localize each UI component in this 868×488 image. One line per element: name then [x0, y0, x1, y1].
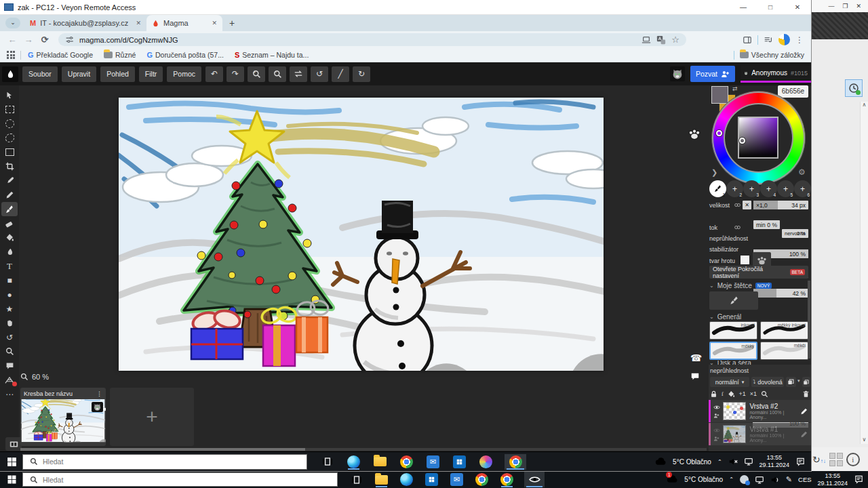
remote-chrome-button[interactable]: [399, 454, 414, 470]
tray-chevron-icon[interactable]: ⌃: [717, 459, 722, 465]
square-shape-tool[interactable]: ■: [1, 273, 18, 287]
comment-tool[interactable]: [1, 359, 18, 373]
perspective-tool[interactable]: [1, 373, 18, 387]
veyon-titlebar[interactable]: zak - PC12 - Veyon Remote Access — □ ✕: [0, 0, 811, 15]
my-brushes-header[interactable]: ⌄ Moje štětce NOVÝ: [709, 282, 772, 289]
timeline-button[interactable]: [5, 437, 22, 451]
local-search-box[interactable]: [22, 472, 338, 487]
brush-slot-5[interactable]: +5: [777, 180, 794, 197]
clock-tool-button[interactable]: [845, 79, 863, 97]
layer-edit-icon[interactable]: [800, 407, 808, 415]
bookmark-ruzne[interactable]: Různé: [104, 51, 136, 59]
clip-button[interactable]: ⤵dovolená: [751, 377, 784, 387]
remote-search-input[interactable]: [43, 458, 178, 466]
local-search-input[interactable]: [43, 476, 178, 484]
remote-mail-button[interactable]: ✉: [425, 454, 441, 470]
ellipse-select-tool[interactable]: [1, 117, 18, 131]
eyedropper-tool[interactable]: [1, 174, 18, 188]
weather-cloud-icon[interactable]: 1: [666, 472, 678, 487]
local-taskview-button[interactable]: [349, 472, 364, 487]
rotate-cw-button[interactable]: ↻: [353, 66, 370, 82]
language-indicator[interactable]: CES: [798, 476, 812, 483]
local-explorer-button[interactable]: [374, 472, 389, 487]
hue-marker[interactable]: [716, 130, 722, 136]
preset-mekky-inkoust[interactable]: měkký inkoust: [760, 321, 808, 340]
size-jitter-box[interactable]: nervozita0 %: [782, 229, 808, 238]
layer-visible-icon[interactable]: [713, 404, 721, 411]
eraser-tool[interactable]: [1, 216, 18, 230]
translate-icon[interactable]: [656, 35, 666, 45]
blend-mode-dropdown[interactable]: normální▾: [710, 377, 749, 387]
general-header[interactable]: ⌄ Generál: [709, 313, 741, 321]
line-tool-button[interactable]: ╱: [332, 66, 349, 82]
canvas-zoom-indicator[interactable]: 60 %: [20, 373, 49, 381]
send-to-device-icon[interactable]: [642, 35, 651, 45]
circle-shape-tool[interactable]: ●: [1, 287, 18, 302]
action-center-icon[interactable]: [795, 457, 806, 467]
remote-explorer-button[interactable]: [372, 454, 388, 470]
my-brush-tile[interactable]: [709, 291, 758, 310]
project-card[interactable]: Kresba bez názvu ⋮: [20, 388, 106, 446]
preset-mekky[interactable]: měkký: [709, 342, 757, 360]
bg-maximize-icon[interactable]: ❐: [842, 3, 848, 9]
rect-select-tool[interactable]: [1, 102, 18, 117]
menu-soubor[interactable]: Soubor: [22, 66, 58, 82]
redo-button[interactable]: ↷: [226, 66, 244, 82]
brush-tool[interactable]: [1, 202, 18, 216]
color-settings-gear-icon[interactable]: ⚙: [798, 167, 806, 177]
forward-button[interactable]: →: [20, 33, 37, 47]
more-tools[interactable]: ⋯: [1, 387, 18, 401]
omnibox[interactable]: magma.com/d/CogNzmwNJG ☆: [58, 33, 686, 46]
remote-chrome-active-button[interactable]: [505, 454, 526, 470]
pencil-tool[interactable]: [1, 188, 18, 202]
bg-minimize-icon[interactable]: —: [828, 3, 834, 9]
fill-tool[interactable]: [1, 230, 18, 245]
remote-edge-button[interactable]: [346, 454, 361, 470]
rotate-ccw-button[interactable]: ↺: [311, 66, 328, 82]
remote-store-button[interactable]: [452, 454, 467, 470]
chrome-menu-icon[interactable]: ⋮: [795, 35, 804, 45]
layer-row-2[interactable]: Vrstva #2 normální 100% | Anony...: [709, 400, 811, 422]
network-display-icon[interactable]: [744, 457, 753, 466]
secondary-swatch[interactable]: [711, 86, 728, 104]
magma-logo[interactable]: [2, 66, 18, 82]
preset-inkoust[interactable]: inkoust: [709, 321, 757, 340]
weather-cloud-icon[interactable]: [655, 456, 667, 468]
menu-upravit[interactable]: Upravit: [62, 66, 96, 82]
bookmark-seznam[interactable]: SSeznam – Najdu ta...: [235, 51, 309, 59]
zoom-tool[interactable]: [1, 344, 18, 359]
sv-marker[interactable]: [739, 138, 745, 144]
tray-chevron-icon[interactable]: ⌃: [729, 476, 734, 483]
undo-button[interactable]: ↶: [205, 66, 223, 82]
local-chrome-button[interactable]: [474, 472, 490, 487]
fill-layer-icon[interactable]: [728, 390, 735, 398]
size-x-button[interactable]: ✕: [743, 201, 751, 209]
local-chrome2-button[interactable]: [499, 472, 515, 487]
user-avatar-cat[interactable]: [670, 66, 685, 81]
reload-updown-icon[interactable]: ↻↑↓: [812, 454, 826, 465]
bookmark-star-icon[interactable]: ☆: [671, 35, 679, 45]
window-close-button[interactable]: ✕: [784, 0, 811, 15]
bookmark-dorucena[interactable]: GDoručená pošta (57...: [146, 51, 224, 59]
scroll-up-icon[interactable]: ∧: [861, 102, 868, 108]
tab-close-icon[interactable]: ✕: [136, 20, 141, 26]
remote-weather-text[interactable]: 5°C Oblačno: [673, 458, 711, 466]
hand-tool[interactable]: [1, 316, 18, 330]
tab-magma[interactable]: Magma ✕: [146, 15, 222, 31]
local-mail-button[interactable]: ✉: [449, 472, 465, 487]
bookmark-prekladac[interactable]: GPřekladač Google: [28, 51, 93, 59]
merge-layer-button[interactable]: [802, 377, 810, 387]
remote-taskview-button[interactable]: [319, 454, 335, 470]
layer-edit-icon[interactable]: [800, 430, 808, 439]
flow-link-icon[interactable]: [734, 224, 741, 231]
remote-paint3d-button[interactable]: [478, 454, 494, 470]
info-icon[interactable]: i: [846, 453, 860, 466]
zoom-in-button[interactable]: +: [248, 66, 265, 82]
add-layer-button[interactable]: +1: [739, 390, 746, 397]
brush-slot-6[interactable]: +6: [794, 180, 811, 197]
site-settings-icon[interactable]: [65, 35, 74, 44]
voice-call-icon[interactable]: ☎: [690, 352, 702, 363]
window-maximize-button[interactable]: □: [757, 0, 784, 15]
smudge-tool[interactable]: [1, 245, 18, 259]
menu-pomoc[interactable]: Pomoc: [167, 66, 201, 82]
